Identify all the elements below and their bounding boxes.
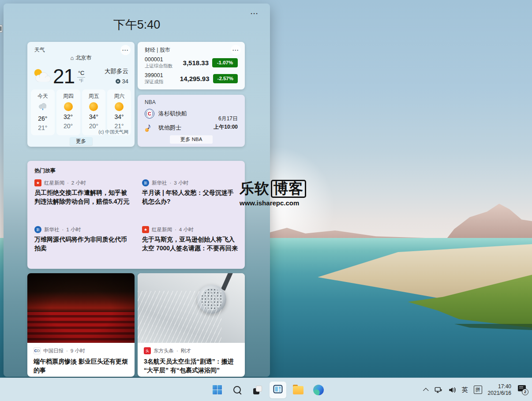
watermark-url: www.isharepc.com bbox=[240, 199, 306, 207]
task-view-icon bbox=[253, 385, 262, 395]
file-explorer-button[interactable] bbox=[290, 382, 307, 398]
edge-button[interactable] bbox=[310, 382, 327, 398]
shower-photo bbox=[138, 273, 245, 343]
story-age: 2 小时 bbox=[71, 180, 86, 186]
weather-widget[interactable]: 天气 ··· ⌂ 北京市 bbox=[27, 42, 135, 147]
weather-attribution: (c) 中国天气网 bbox=[98, 129, 128, 135]
team-row-jazz[interactable]: ♪ 犹他爵士 bbox=[145, 123, 187, 133]
unit-fahrenheit[interactable]: °F bbox=[79, 78, 83, 83]
sun-cloud-icon bbox=[32, 67, 52, 86]
search-button[interactable] bbox=[229, 382, 246, 398]
story-age: 1 小时 bbox=[66, 226, 81, 233]
finance-title: 财经 | 股市 bbox=[145, 46, 170, 54]
stock-row-shenzhen[interactable]: 399001 深证成指 14,295.93 -2.57% bbox=[145, 71, 238, 85]
unit-celsius[interactable]: °C bbox=[78, 70, 85, 76]
tray-clock[interactable]: 17:40 2021/6/16 bbox=[488, 383, 511, 397]
notification-count-badge: 2 bbox=[522, 389, 528, 395]
network-icon[interactable] bbox=[435, 386, 442, 394]
story-title[interactable]: 半月谈 | 年轻人发愁：父母沉迷手机怎么办? bbox=[142, 189, 239, 206]
nba-widget[interactable]: NBA C 洛杉矶快船 ♪ 犹他爵士 6月17日 上午10:00 更多 N bbox=[138, 95, 245, 147]
sun-icon bbox=[89, 102, 98, 111]
sun-icon bbox=[64, 102, 73, 111]
forecast-day-fri[interactable]: 周五 34° 20° bbox=[82, 89, 106, 135]
story-age: 4 小时 bbox=[179, 226, 194, 233]
finance-menu-button[interactable]: ··· bbox=[231, 45, 241, 55]
notification-center-button[interactable]: 2 bbox=[517, 384, 528, 396]
taskbar: 英 拼 17:40 2021/6/16 2 bbox=[0, 378, 532, 401]
news-card-shower[interactable]: 头 东方头条 · 刚才 3名航天员太空生活“剧透”：搬进“大平层” 有“包裹式淋… bbox=[138, 273, 245, 377]
hidden-window-sliver[interactable] bbox=[0, 25, 3, 33]
story-source: 新华社 bbox=[152, 180, 167, 186]
stock-value: 14,295.93 bbox=[180, 75, 213, 82]
nba-title: NBA bbox=[145, 99, 156, 105]
chinadaily-icon: CD bbox=[34, 347, 41, 354]
stock-value: 3,518.33 bbox=[181, 59, 212, 67]
unit-divider bbox=[77, 77, 85, 78]
taskbar-center bbox=[209, 378, 327, 401]
watermark-name-boxed: 博客 bbox=[271, 180, 306, 198]
news-title[interactable]: 端午档票房惨淡 影业巨头还有更烦的事 bbox=[34, 357, 128, 375]
widgets-button[interactable] bbox=[270, 382, 286, 398]
team-name: 洛杉矶快船 bbox=[158, 110, 187, 118]
story-title[interactable]: 员工拒绝交接工作遭解聘，知乎被判违法解除劳动合同，赔偿5.4万元 bbox=[34, 189, 131, 206]
widgets-panel: 下午5:40 ··· 天气 ··· ⌂ 北京市 bbox=[4, 4, 270, 377]
system-tray: 英 拼 17:40 2021/6/16 2 bbox=[425, 378, 528, 401]
news-age: 刚才 bbox=[181, 348, 191, 354]
redstar-news-icon: ★ bbox=[142, 226, 149, 233]
news-source: 东方头条 bbox=[154, 348, 174, 354]
story-item[interactable]: 新 新华社 · 3 小时 半月谈 | 年轻人发愁：父母沉迷手机怎么办? bbox=[142, 179, 239, 206]
watermark-name: 乐软 bbox=[240, 179, 270, 199]
team-row-clippers[interactable]: C 洛杉矶快船 bbox=[145, 109, 187, 119]
story-title[interactable]: 万维网源代码将作为非同质化代币拍卖 bbox=[34, 235, 131, 253]
news-card-cinema[interactable]: CD 中国日报 · 9 小时 端午档票房惨淡 影业巨头还有更烦的事 bbox=[27, 273, 135, 377]
dongfang-toutiao-icon: 头 bbox=[144, 347, 151, 354]
story-item[interactable]: ★ 红星新闻 · 4 小时 先于马斯克，亚马逊创始人将飞入太空 7000人签名请… bbox=[142, 226, 239, 253]
unit-toggle[interactable]: °C °F bbox=[77, 70, 85, 83]
folder-icon bbox=[293, 386, 303, 394]
panel-menu-button[interactable]: ··· bbox=[251, 10, 259, 17]
weather-more-button[interactable]: 更多 bbox=[70, 137, 92, 145]
separator: · bbox=[175, 227, 176, 232]
story-title[interactable]: 先于马斯克，亚马逊创始人将飞入太空 7000人签名请愿：不要再回来 bbox=[142, 235, 239, 253]
weather-condition: 大部多云 bbox=[105, 67, 128, 75]
clippers-logo-icon: C bbox=[145, 109, 154, 119]
language-indicator[interactable]: 英 bbox=[462, 386, 468, 394]
sun-icon bbox=[115, 102, 124, 111]
water-spray bbox=[138, 291, 221, 343]
home-icon: ⌂ bbox=[71, 55, 74, 61]
search-icon bbox=[232, 385, 242, 395]
separator: · bbox=[62, 227, 64, 232]
hot-stories-widget: 热门故事 ★ 红星新闻 · 2 小时 员工拒绝交接工作遭解聘，知乎被判违法解除劳… bbox=[27, 161, 245, 269]
forecast-day-today[interactable]: 今天 26° 21° bbox=[31, 89, 55, 135]
story-item[interactable]: 新 新华社 · 1 小时 万维网源代码将作为非同质化代币拍卖 bbox=[34, 226, 131, 253]
tray-date: 2021/6/16 bbox=[488, 390, 511, 397]
xinhua-news-icon: 新 bbox=[34, 226, 41, 233]
basketball-icon bbox=[145, 128, 149, 132]
tray-overflow-chevron-icon[interactable] bbox=[423, 388, 429, 394]
cinema-photo bbox=[27, 273, 135, 343]
news-title[interactable]: 3名航天员太空生活“剧透”：搬进“大平层” 有“包裹式淋浴间” bbox=[144, 357, 239, 375]
stock-row-shanghai[interactable]: 000001 上证综合指数 3,518.33 -1.07% bbox=[145, 56, 238, 70]
stock-change-badge: -2.57% bbox=[213, 74, 238, 83]
volume-icon[interactable] bbox=[448, 386, 456, 394]
story-source: 红星新闻 bbox=[152, 226, 172, 233]
forecast-row: 今天 26° 21° 周四 bbox=[31, 89, 131, 135]
nba-more-button[interactable]: 更多 NBA bbox=[170, 135, 213, 144]
jazz-logo-icon: ♪ bbox=[145, 123, 154, 133]
separator: · bbox=[176, 348, 178, 353]
ime-mode-indicator[interactable]: 拼 bbox=[474, 386, 482, 394]
story-source: 红星新闻 bbox=[44, 180, 64, 186]
aqi-icon bbox=[116, 79, 120, 84]
finance-widget[interactable]: 财经 | 股市 ··· 000001 上证综合指数 3,518.33 -1.07… bbox=[138, 42, 245, 89]
start-button[interactable] bbox=[209, 382, 225, 398]
weather-menu-button[interactable]: ··· bbox=[120, 45, 131, 55]
forecast-day-thu[interactable]: 周四 32° 20° bbox=[56, 89, 80, 135]
team-name: 犹他爵士 bbox=[158, 124, 181, 132]
task-view-button[interactable] bbox=[249, 382, 266, 398]
desktop: 乐软博客 www.isharepc.com 下午5:40 ··· 天气 ··· … bbox=[0, 0, 532, 401]
forecast-day-sat[interactable]: 周六 34° 21° bbox=[107, 89, 131, 135]
news-age: 9 小时 bbox=[71, 348, 85, 354]
story-item[interactable]: ★ 红星新闻 · 2 小时 员工拒绝交接工作遭解聘，知乎被判违法解除劳动合同，赔… bbox=[34, 179, 131, 206]
story-source: 新华社 bbox=[44, 226, 60, 233]
hot-stories-header: 热门故事 bbox=[34, 167, 56, 175]
